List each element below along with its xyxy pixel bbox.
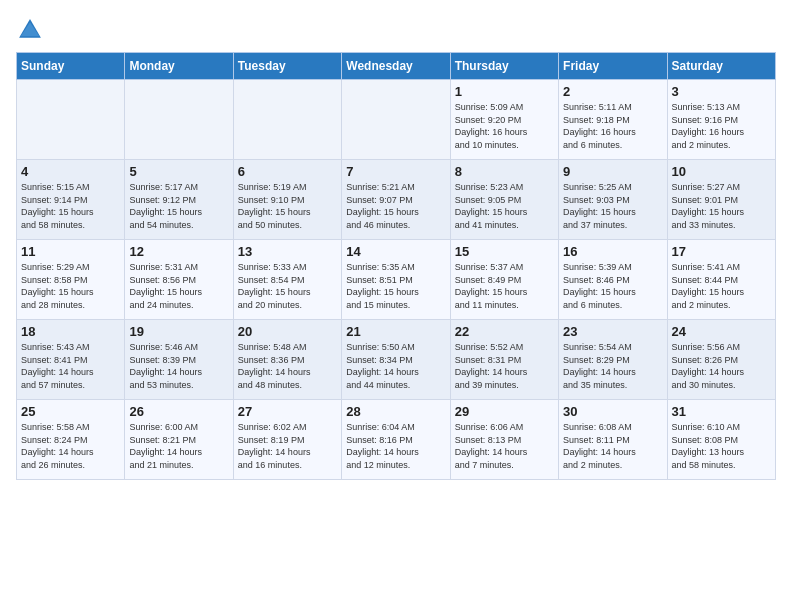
day-cell: 2Sunrise: 5:11 AM Sunset: 9:18 PM Daylig… (559, 80, 667, 160)
day-cell (17, 80, 125, 160)
day-detail: Sunrise: 5:46 AM Sunset: 8:39 PM Dayligh… (129, 341, 228, 391)
day-detail: Sunrise: 5:50 AM Sunset: 8:34 PM Dayligh… (346, 341, 445, 391)
day-detail: Sunrise: 5:19 AM Sunset: 9:10 PM Dayligh… (238, 181, 337, 231)
day-detail: Sunrise: 5:48 AM Sunset: 8:36 PM Dayligh… (238, 341, 337, 391)
day-number: 20 (238, 324, 337, 339)
day-number: 15 (455, 244, 554, 259)
day-number: 8 (455, 164, 554, 179)
week-row-1: 1Sunrise: 5:09 AM Sunset: 9:20 PM Daylig… (17, 80, 776, 160)
day-cell: 20Sunrise: 5:48 AM Sunset: 8:36 PM Dayli… (233, 320, 341, 400)
day-detail: Sunrise: 5:41 AM Sunset: 8:44 PM Dayligh… (672, 261, 771, 311)
day-header-sunday: Sunday (17, 53, 125, 80)
day-number: 1 (455, 84, 554, 99)
day-cell: 13Sunrise: 5:33 AM Sunset: 8:54 PM Dayli… (233, 240, 341, 320)
day-number: 30 (563, 404, 662, 419)
day-number: 9 (563, 164, 662, 179)
day-cell: 22Sunrise: 5:52 AM Sunset: 8:31 PM Dayli… (450, 320, 558, 400)
day-detail: Sunrise: 5:15 AM Sunset: 9:14 PM Dayligh… (21, 181, 120, 231)
day-number: 3 (672, 84, 771, 99)
day-cell: 24Sunrise: 5:56 AM Sunset: 8:26 PM Dayli… (667, 320, 775, 400)
day-cell: 12Sunrise: 5:31 AM Sunset: 8:56 PM Dayli… (125, 240, 233, 320)
day-cell: 6Sunrise: 5:19 AM Sunset: 9:10 PM Daylig… (233, 160, 341, 240)
day-cell: 19Sunrise: 5:46 AM Sunset: 8:39 PM Dayli… (125, 320, 233, 400)
day-detail: Sunrise: 5:11 AM Sunset: 9:18 PM Dayligh… (563, 101, 662, 151)
day-header-wednesday: Wednesday (342, 53, 450, 80)
day-header-monday: Monday (125, 53, 233, 80)
day-cell: 8Sunrise: 5:23 AM Sunset: 9:05 PM Daylig… (450, 160, 558, 240)
day-number: 24 (672, 324, 771, 339)
day-number: 5 (129, 164, 228, 179)
day-number: 26 (129, 404, 228, 419)
day-detail: Sunrise: 5:58 AM Sunset: 8:24 PM Dayligh… (21, 421, 120, 471)
day-header-saturday: Saturday (667, 53, 775, 80)
day-cell: 17Sunrise: 5:41 AM Sunset: 8:44 PM Dayli… (667, 240, 775, 320)
day-number: 12 (129, 244, 228, 259)
calendar-table: SundayMondayTuesdayWednesdayThursdayFrid… (16, 52, 776, 480)
day-header-friday: Friday (559, 53, 667, 80)
day-detail: Sunrise: 5:25 AM Sunset: 9:03 PM Dayligh… (563, 181, 662, 231)
day-cell: 4Sunrise: 5:15 AM Sunset: 9:14 PM Daylig… (17, 160, 125, 240)
day-detail: Sunrise: 5:33 AM Sunset: 8:54 PM Dayligh… (238, 261, 337, 311)
day-number: 19 (129, 324, 228, 339)
day-detail: Sunrise: 6:06 AM Sunset: 8:13 PM Dayligh… (455, 421, 554, 471)
day-number: 28 (346, 404, 445, 419)
day-cell: 18Sunrise: 5:43 AM Sunset: 8:41 PM Dayli… (17, 320, 125, 400)
day-detail: Sunrise: 5:39 AM Sunset: 8:46 PM Dayligh… (563, 261, 662, 311)
logo (16, 16, 48, 44)
day-header-tuesday: Tuesday (233, 53, 341, 80)
day-number: 31 (672, 404, 771, 419)
day-cell: 10Sunrise: 5:27 AM Sunset: 9:01 PM Dayli… (667, 160, 775, 240)
day-number: 13 (238, 244, 337, 259)
header (16, 16, 776, 44)
day-number: 23 (563, 324, 662, 339)
day-detail: Sunrise: 5:21 AM Sunset: 9:07 PM Dayligh… (346, 181, 445, 231)
day-cell (342, 80, 450, 160)
day-number: 29 (455, 404, 554, 419)
day-number: 14 (346, 244, 445, 259)
day-detail: Sunrise: 5:35 AM Sunset: 8:51 PM Dayligh… (346, 261, 445, 311)
day-number: 16 (563, 244, 662, 259)
day-number: 25 (21, 404, 120, 419)
day-detail: Sunrise: 5:29 AM Sunset: 8:58 PM Dayligh… (21, 261, 120, 311)
day-number: 6 (238, 164, 337, 179)
week-row-2: 4Sunrise: 5:15 AM Sunset: 9:14 PM Daylig… (17, 160, 776, 240)
day-number: 4 (21, 164, 120, 179)
day-cell: 25Sunrise: 5:58 AM Sunset: 8:24 PM Dayli… (17, 400, 125, 480)
day-cell: 14Sunrise: 5:35 AM Sunset: 8:51 PM Dayli… (342, 240, 450, 320)
day-cell: 26Sunrise: 6:00 AM Sunset: 8:21 PM Dayli… (125, 400, 233, 480)
svg-marker-1 (21, 22, 40, 36)
day-detail: Sunrise: 5:17 AM Sunset: 9:12 PM Dayligh… (129, 181, 228, 231)
day-cell: 1Sunrise: 5:09 AM Sunset: 9:20 PM Daylig… (450, 80, 558, 160)
day-cell: 7Sunrise: 5:21 AM Sunset: 9:07 PM Daylig… (342, 160, 450, 240)
day-cell: 3Sunrise: 5:13 AM Sunset: 9:16 PM Daylig… (667, 80, 775, 160)
day-number: 17 (672, 244, 771, 259)
day-number: 18 (21, 324, 120, 339)
logo-icon (16, 16, 44, 44)
day-cell: 30Sunrise: 6:08 AM Sunset: 8:11 PM Dayli… (559, 400, 667, 480)
day-cell: 5Sunrise: 5:17 AM Sunset: 9:12 PM Daylig… (125, 160, 233, 240)
day-cell (233, 80, 341, 160)
day-detail: Sunrise: 6:04 AM Sunset: 8:16 PM Dayligh… (346, 421, 445, 471)
day-cell: 11Sunrise: 5:29 AM Sunset: 8:58 PM Dayli… (17, 240, 125, 320)
week-row-4: 18Sunrise: 5:43 AM Sunset: 8:41 PM Dayli… (17, 320, 776, 400)
day-cell: 31Sunrise: 6:10 AM Sunset: 8:08 PM Dayli… (667, 400, 775, 480)
day-detail: Sunrise: 5:54 AM Sunset: 8:29 PM Dayligh… (563, 341, 662, 391)
day-number: 7 (346, 164, 445, 179)
day-number: 2 (563, 84, 662, 99)
day-cell: 27Sunrise: 6:02 AM Sunset: 8:19 PM Dayli… (233, 400, 341, 480)
day-cell: 29Sunrise: 6:06 AM Sunset: 8:13 PM Dayli… (450, 400, 558, 480)
day-cell (125, 80, 233, 160)
day-detail: Sunrise: 5:27 AM Sunset: 9:01 PM Dayligh… (672, 181, 771, 231)
day-detail: Sunrise: 6:08 AM Sunset: 8:11 PM Dayligh… (563, 421, 662, 471)
day-detail: Sunrise: 5:09 AM Sunset: 9:20 PM Dayligh… (455, 101, 554, 151)
day-cell: 15Sunrise: 5:37 AM Sunset: 8:49 PM Dayli… (450, 240, 558, 320)
day-detail: Sunrise: 5:52 AM Sunset: 8:31 PM Dayligh… (455, 341, 554, 391)
day-number: 10 (672, 164, 771, 179)
day-cell: 28Sunrise: 6:04 AM Sunset: 8:16 PM Dayli… (342, 400, 450, 480)
day-number: 27 (238, 404, 337, 419)
day-header-thursday: Thursday (450, 53, 558, 80)
day-detail: Sunrise: 5:43 AM Sunset: 8:41 PM Dayligh… (21, 341, 120, 391)
day-detail: Sunrise: 5:31 AM Sunset: 8:56 PM Dayligh… (129, 261, 228, 311)
day-detail: Sunrise: 6:00 AM Sunset: 8:21 PM Dayligh… (129, 421, 228, 471)
day-detail: Sunrise: 5:56 AM Sunset: 8:26 PM Dayligh… (672, 341, 771, 391)
